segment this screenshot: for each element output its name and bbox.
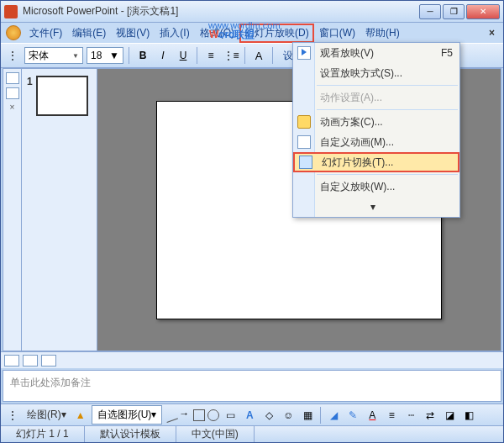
transition-icon <box>299 156 312 169</box>
maximize-button[interactable]: ❐ <box>443 4 465 19</box>
oval-shape-icon[interactable] <box>207 409 219 421</box>
menu-insert[interactable]: 插入(I) <box>155 24 194 43</box>
menu-view[interactable]: 视图(V) <box>111 24 155 43</box>
bold-button[interactable]: B <box>134 47 151 64</box>
menu-slideshow[interactable]: 幻灯片放映(D) <box>239 24 314 43</box>
menu-item-animation-schemes[interactable]: 动画方案(C)... <box>293 112 459 132</box>
titlebar: Microsoft PowerPoint - [演示文稿1] ─ ❐ ✕ <box>1 1 503 23</box>
status-template: 默认设计模板 <box>85 426 176 442</box>
office-button[interactable] <box>6 25 21 40</box>
slides-tab-icon[interactable] <box>6 87 19 99</box>
font-family-combo[interactable]: 宋体▼ <box>24 47 83 64</box>
chevron-down-icon: ▾ <box>370 201 375 213</box>
animation-icon <box>297 135 311 149</box>
wordart-icon[interactable]: A <box>241 407 258 424</box>
menu-item-setup-show[interactable]: 设置放映方式(S)... <box>293 63 459 83</box>
picture-icon[interactable]: ▦ <box>299 407 316 424</box>
shadow-icon[interactable]: ◪ <box>441 407 458 424</box>
textbox-icon[interactable]: ▭ <box>222 407 239 424</box>
status-language: 中文(中国) <box>176 426 255 442</box>
menu-item-custom-animation[interactable]: 自定义动画(M)... <box>293 132 459 152</box>
arrow-shape-icon[interactable] <box>179 409 191 421</box>
drawing-toolbar: ⋮ 绘图(R)▾ ▲ 自选图形(U)▾ ▭ A ◇ ☺ ▦ ◢ ✎ A ≡ ┄ … <box>1 403 503 425</box>
underline-button[interactable]: U <box>175 47 192 64</box>
menu-item-action-settings: 动作设置(A)... <box>293 87 459 108</box>
toolbar-handle-icon[interactable]: ⋮ <box>4 407 21 424</box>
menu-window[interactable]: 窗口(W) <box>314 24 360 43</box>
slideshow-menu-dropdown: 观看放映(V) F5 设置放映方式(S)... 动作设置(A)... 动画方案(… <box>292 42 460 218</box>
draw-menu-button[interactable]: 绘图(R)▾ <box>24 408 70 422</box>
menu-format[interactable]: 格式(O) <box>195 24 239 43</box>
dash-style-icon[interactable]: ┄ <box>402 407 419 424</box>
thumbnail-pane: 1 <box>22 69 97 351</box>
slideshow-view-button[interactable] <box>41 355 56 367</box>
clipart-icon[interactable]: ☺ <box>280 407 297 424</box>
increase-font-icon[interactable]: A <box>250 47 267 64</box>
outline-tab-icon[interactable] <box>6 72 19 84</box>
normal-view-button[interactable] <box>4 355 19 367</box>
diagram-icon[interactable]: ◇ <box>260 407 277 424</box>
app-window: Microsoft PowerPoint - [演示文稿1] ─ ❐ ✕ 文件(… <box>0 0 504 443</box>
menu-item-view-show[interactable]: 观看放映(V) F5 <box>293 43 459 63</box>
thumbnail-number: 1 <box>27 76 33 87</box>
menu-file[interactable]: 文件(F) <box>24 24 67 43</box>
toolbar-handle-icon[interactable]: ⋮ <box>4 47 21 64</box>
arrow-style-icon[interactable]: ⇄ <box>422 407 438 424</box>
menu-edit[interactable]: 编辑(E) <box>67 24 111 43</box>
shortcut-label: F5 <box>441 47 453 59</box>
app-icon <box>4 5 18 18</box>
pane-tabs: × <box>3 69 22 351</box>
bullets-icon[interactable]: ⋮≡ <box>223 47 239 64</box>
notes-pane[interactable]: 单击此处添加备注 <box>3 370 501 402</box>
menu-item-slide-transition[interactable]: 幻灯片切换(T)... <box>293 152 459 172</box>
doc-close-button[interactable]: × <box>482 27 501 39</box>
sorter-view-button[interactable] <box>23 355 38 367</box>
close-button[interactable]: ✕ <box>466 4 500 19</box>
play-icon <box>297 46 311 60</box>
line-weight-icon[interactable]: ≡ <box>383 407 400 424</box>
3d-icon[interactable]: ◧ <box>460 407 477 424</box>
status-slide-number: 幻灯片 1 / 1 <box>1 426 85 442</box>
menu-help[interactable]: 帮助(H) <box>360 24 405 43</box>
menu-item-custom-show[interactable]: 自定义放映(W)... <box>293 177 459 197</box>
line-color-icon[interactable]: ✎ <box>344 407 361 424</box>
thumbnail-preview[interactable] <box>36 76 88 116</box>
fill-color-icon[interactable]: ◢ <box>325 407 342 424</box>
view-buttons-bar <box>1 351 503 368</box>
star-icon <box>297 115 311 129</box>
autoshapes-button[interactable]: 自选图形(U)▾ <box>92 405 163 425</box>
statusbar: 幻灯片 1 / 1 默认设计模板 中文(中国) <box>1 425 503 442</box>
thumbnail-item[interactable]: 1 <box>27 76 92 116</box>
align-left-icon[interactable]: ≡ <box>202 47 219 64</box>
font-size-combo[interactable]: 18▼ <box>87 47 123 64</box>
menubar: 文件(F) 编辑(E) 视图(V) 插入(I) 格式(O) 幻灯片放映(D) 窗… <box>1 23 503 43</box>
italic-button[interactable]: I <box>155 47 171 64</box>
line-shape-icon[interactable] <box>163 408 178 423</box>
font-color-icon[interactable]: A <box>364 407 381 424</box>
rectangle-shape-icon[interactable] <box>193 409 205 421</box>
menu-expand[interactable]: ▾ <box>293 197 459 217</box>
minimize-button[interactable]: ─ <box>419 4 441 19</box>
window-title: Microsoft PowerPoint - [演示文稿1] <box>23 4 419 18</box>
pane-close-icon[interactable]: × <box>10 103 15 112</box>
select-arrow-icon[interactable]: ▲ <box>72 407 89 424</box>
